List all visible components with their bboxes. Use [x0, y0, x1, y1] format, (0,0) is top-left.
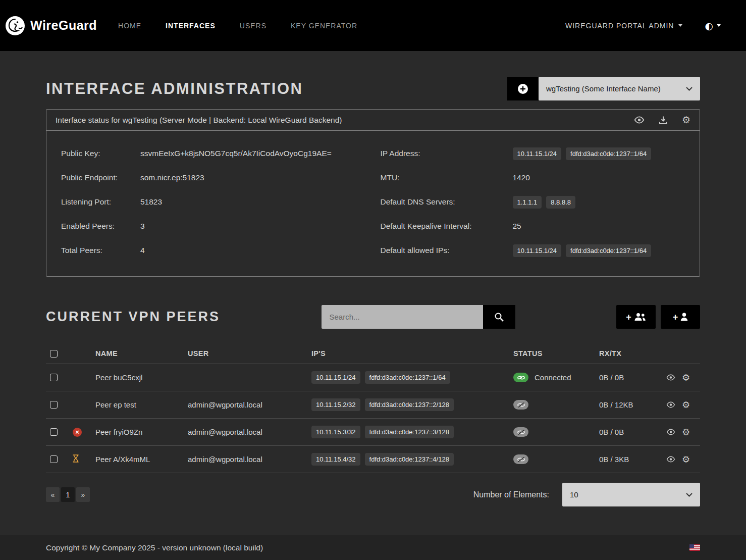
public-endpoint-value: som.nicr.ep:51823	[140, 173, 204, 182]
user-menu-dropdown[interactable]: WIREGUARD PORTAL ADMIN	[565, 22, 682, 30]
field-label: Default Keepalive Interval:	[381, 222, 513, 231]
col-header-user: USER	[184, 343, 307, 364]
plus-icon: +	[673, 313, 678, 322]
field-label: IP Address:	[381, 149, 513, 158]
view-config-eye-icon[interactable]	[634, 116, 645, 124]
enabled-peers-value: 3	[140, 222, 145, 231]
peer-row: Peer ep test admin@wgportal.local 10.11.…	[46, 391, 700, 419]
connected-link-icon	[513, 373, 528, 382]
disconnected-link-slash-icon	[513, 400, 528, 410]
peers-section-title: CURRENT VPN PEERS	[46, 309, 220, 325]
nav-home[interactable]: HOME	[118, 22, 141, 30]
peer-status-text: Connected	[535, 373, 571, 382]
field-label: Default allowed IPs:	[381, 246, 513, 255]
search-input[interactable]	[322, 305, 483, 329]
nav-key-generator[interactable]: KEY GENERATOR	[291, 22, 357, 30]
search-icon	[494, 312, 504, 322]
total-peers-value: 4	[140, 246, 145, 255]
disconnected-link-slash-icon	[513, 454, 528, 464]
peer-settings-gear-icon[interactable]: ⚙	[682, 400, 690, 410]
nav-interfaces[interactable]: INTERFACES	[166, 22, 216, 30]
col-header-name: NAME	[91, 343, 184, 364]
us-flag-icon[interactable]	[689, 544, 700, 551]
peer-settings-gear-icon[interactable]: ⚙	[682, 428, 690, 437]
peer-view-eye-icon[interactable]	[666, 429, 675, 435]
plus-icon: +	[626, 313, 631, 322]
peer-settings-gear-icon[interactable]: ⚙	[682, 455, 690, 464]
field-label: Enabled Peers:	[61, 222, 140, 231]
brand[interactable]: WireGuard	[5, 16, 97, 36]
pagination-page-1[interactable]: 1	[61, 487, 75, 502]
download-config-icon[interactable]	[659, 116, 668, 125]
peer-ip-badge: fdfd:d3ad:c0de:1237::3/128	[365, 426, 454, 438]
pagination-next[interactable]: »	[76, 487, 90, 502]
add-multiple-peers-button[interactable]: +	[616, 305, 656, 329]
peer-rxtx: 0B / 12KB	[595, 391, 662, 419]
allowed-ip-badge: 10.11.15.1/24	[513, 244, 562, 257]
peer-view-eye-icon[interactable]	[666, 401, 675, 408]
theme-toggle-dropdown[interactable]: ◐	[705, 20, 721, 31]
search-button[interactable]	[483, 305, 515, 329]
peer-ip-badge: 10.11.15.4/32	[311, 453, 360, 466]
add-peer-button[interactable]: +	[661, 305, 700, 329]
peer-user	[184, 364, 307, 391]
peer-settings-gear-icon[interactable]: ⚙	[682, 373, 690, 382]
row-checkbox[interactable]	[50, 428, 58, 436]
peer-rxtx: 0B / 0B	[595, 364, 662, 391]
peer-rxtx: 0B / 0B	[595, 419, 662, 446]
single-user-icon	[680, 313, 688, 321]
peer-ip-badge: 10.11.15.3/32	[311, 426, 360, 438]
plus-circle-icon	[517, 83, 528, 94]
row-checkbox[interactable]	[50, 401, 58, 409]
peers-table: NAME USER IP'S STATUS RX/TX Peer buC5cxj…	[46, 343, 700, 473]
field-label: MTU:	[381, 173, 513, 182]
peer-ip-badge: 10.11.15.1/24	[311, 371, 360, 384]
interface-select[interactable]: wgTesting (Some Interface Name)	[539, 77, 700, 100]
peer-rxtx: 0B / 3KB	[595, 446, 662, 473]
peer-view-eye-icon[interactable]	[666, 374, 675, 381]
col-header-rxtx: RX/TX	[595, 343, 662, 364]
peer-row: × Peer fryiO9Zn admin@wgportal.local 10.…	[46, 419, 700, 446]
mtu-value: 1420	[513, 173, 530, 182]
peer-view-eye-icon[interactable]	[666, 456, 675, 463]
copyright-text: Copyright © My Company 2025 - version un…	[46, 543, 263, 552]
peer-user: admin@wgportal.local	[184, 391, 307, 419]
row-checkbox[interactable]	[50, 455, 58, 463]
peer-ip-badge: 10.11.15.2/32	[311, 398, 360, 411]
allowed-ip-badge: fdfd:d3ad:c0de:1237::1/64	[566, 244, 651, 257]
row-checkbox[interactable]	[50, 374, 58, 381]
pagination: « 1 »	[46, 487, 90, 502]
chevron-down-icon	[686, 87, 692, 91]
interface-status-card: Interface status for wgTesting (Server M…	[46, 109, 700, 277]
add-interface-button[interactable]	[507, 77, 539, 100]
main-content: INTERFACE ADMINISTRATION wgTesting (Some…	[46, 51, 700, 506]
col-header-status: STATUS	[509, 343, 595, 364]
select-all-checkbox[interactable]	[50, 350, 58, 358]
theme-half-circle-icon: ◐	[705, 20, 713, 31]
elements-per-page-label: Number of Elements:	[473, 490, 549, 499]
peer-name: Peer A/Xk4mML	[91, 446, 184, 473]
disconnected-link-slash-icon	[513, 427, 528, 437]
dns-badge: 8.8.8.8	[546, 196, 575, 209]
interface-select-value: wgTesting (Some Interface Name)	[546, 84, 661, 93]
nav-links: HOME INTERFACES USERS KEY GENERATOR	[118, 22, 357, 30]
peer-name: Peer buC5cxjl	[91, 364, 184, 391]
pagination-prev[interactable]: «	[46, 487, 60, 502]
field-label: Listening Port:	[61, 197, 140, 207]
elements-per-page-value: 10	[570, 490, 578, 499]
field-label: Public Endpoint:	[61, 173, 140, 182]
nav-users[interactable]: USERS	[240, 22, 267, 30]
wireguard-logo-icon	[5, 16, 25, 36]
page-title: INTERFACE ADMINISTRATION	[46, 80, 303, 98]
ip-badge: fdfd:d3ad:c0de:1237::1/64	[566, 147, 651, 160]
peer-row: Peer buC5cxjl 10.11.15.1/24 fdfd:d3ad:c0…	[46, 364, 700, 391]
navbar: WireGuard HOME INTERFACES USERS KEY GENE…	[0, 0, 746, 51]
elements-per-page-select[interactable]: 10	[562, 483, 700, 506]
peer-user: admin@wgportal.local	[184, 419, 307, 446]
listening-port-value: 51823	[140, 197, 162, 207]
interface-settings-gear-icon[interactable]: ⚙	[682, 115, 690, 125]
peer-expiring-hourglass-icon	[73, 454, 79, 463]
dns-badge: 1.1.1.1	[513, 196, 542, 209]
caret-down-icon	[678, 24, 682, 27]
peer-expired-icon: ×	[73, 428, 82, 437]
